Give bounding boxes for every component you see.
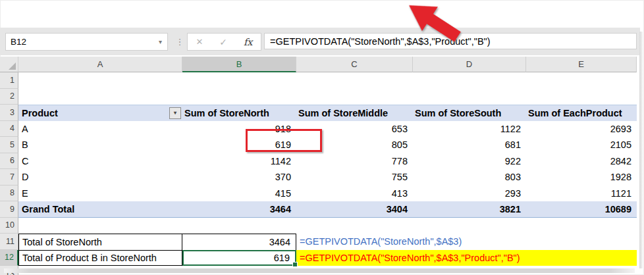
grid-row-9: 9 Grand Total 3464 3404 3821 10689 xyxy=(0,201,644,218)
column-header-A[interactable]: A xyxy=(18,57,182,72)
row-header-1[interactable]: 1 xyxy=(0,72,18,89)
row-header-8[interactable]: 8 xyxy=(0,186,18,202)
insert-function-icon[interactable]: fx xyxy=(244,37,253,47)
excel-window: B12 ▾ ⋮ ✕ ✓ fx =GETPIVOTDATA("StoreNorth… xyxy=(0,0,644,275)
cell-A8[interactable]: E xyxy=(18,186,182,202)
right-shadow xyxy=(639,32,643,268)
row-header-4[interactable]: 4 xyxy=(0,121,18,138)
cell-E6[interactable]: 2842 xyxy=(526,153,637,170)
grid-row-4: 4 A 918 653 1122 2693 xyxy=(0,121,644,138)
cell-A6[interactable]: C xyxy=(18,153,182,170)
cell-A7[interactable]: D xyxy=(18,169,182,186)
cell-A12-label[interactable]: Total of Product B in StoreNorth xyxy=(18,250,182,266)
column-header-B[interactable]: B xyxy=(182,57,296,72)
row-header-9[interactable]: 9 xyxy=(0,201,18,218)
cancel-icon[interactable]: ✕ xyxy=(196,37,203,47)
cell-D6[interactable]: 922 xyxy=(413,153,526,170)
cell-B3-pivot-header[interactable]: Sum of StoreNorth xyxy=(182,105,296,121)
filter-dropdown-icon: ▾ xyxy=(174,110,176,116)
cell-C7[interactable]: 755 xyxy=(296,169,413,186)
cell-D3-pivot-header[interactable]: Sum of StoreSouth xyxy=(413,105,526,121)
grid-row-2: 2 xyxy=(0,89,644,105)
cell-A9-grand-total[interactable]: Grand Total xyxy=(18,201,182,218)
select-all-button[interactable] xyxy=(0,57,18,72)
cell-A3-pivot-header[interactable]: Product ▾ xyxy=(18,105,182,121)
cell-C3-pivot-header[interactable]: Sum of StoreMiddle xyxy=(296,105,413,121)
formula-bar: B12 ▾ ⋮ ✕ ✓ fx =GETPIVOTDATA("StoreNorth… xyxy=(0,28,640,55)
column-headers: A B C D E xyxy=(0,57,637,72)
cell-D8[interactable]: 293 xyxy=(413,186,526,202)
cell-C11-formula-note[interactable]: =GETPIVOTDATA("StoreNorth",$A$3) xyxy=(296,234,413,250)
grid-row-6: 6 C 1142 778 922 2842 xyxy=(0,153,644,170)
row-header-12[interactable]: 12 xyxy=(0,250,18,266)
cell-B6[interactable]: 1142 xyxy=(182,153,296,170)
name-box-dropdown-icon[interactable]: ▾ xyxy=(159,38,167,45)
worksheet-grid: 1 2 3 Product ▾ Sum of StoreNorth Sum of… xyxy=(0,72,644,275)
grid-row-5: 5 B 619 805 681 2105 xyxy=(0,137,644,153)
cell-D9-grand-total[interactable]: 3821 xyxy=(413,201,526,218)
cell-B11-value[interactable]: 3464 xyxy=(182,234,296,250)
grid-row-7: 7 D 370 755 803 1928 xyxy=(0,169,644,186)
cell-C12-formula-highlight[interactable]: =GETPIVOTDATA("StoreNorth",$A$3,"Product… xyxy=(296,250,637,266)
grid-row-11: 11 Total of StoreNorth 3464 =GETPIVOTDAT… xyxy=(0,234,644,250)
cell-B9-grand-total[interactable]: 3464 xyxy=(182,201,296,218)
cell-A5[interactable]: B xyxy=(18,137,182,153)
row-header-7[interactable]: 7 xyxy=(0,169,18,186)
formula-bar-buttons: ✕ ✓ fx xyxy=(187,33,261,51)
select-all-icon xyxy=(9,63,16,70)
column-header-D[interactable]: D xyxy=(413,57,526,72)
row-header-10[interactable]: 10 xyxy=(0,218,18,234)
cell-D5[interactable]: 681 xyxy=(413,137,526,153)
name-box-value: B12 xyxy=(6,37,159,47)
cell-B8[interactable]: 415 xyxy=(182,186,296,202)
cell-C8[interactable]: 413 xyxy=(296,186,413,202)
cell-B7[interactable]: 370 xyxy=(182,169,296,186)
grid-row-3: 3 Product ▾ Sum of StoreNorth Sum of Sto… xyxy=(0,105,644,121)
row-header-2[interactable]: 2 xyxy=(0,89,18,105)
bottom-shadow xyxy=(4,268,635,273)
cell-A4[interactable]: A xyxy=(18,121,182,138)
column-header-E[interactable]: E xyxy=(526,57,637,72)
grid-row-1: 1 xyxy=(0,72,644,89)
column-header-C[interactable]: C xyxy=(296,57,413,72)
row-header-5[interactable]: 5 xyxy=(0,137,18,153)
grid-row-12: 12 Total of Product B in StoreNorth 619 … xyxy=(0,250,644,266)
row-header-3[interactable]: 3 xyxy=(0,105,18,121)
cell-C6[interactable]: 778 xyxy=(296,153,413,170)
formula-bar-separator: ⋮ xyxy=(175,33,184,51)
red-highlight-box xyxy=(246,129,322,152)
enter-icon[interactable]: ✓ xyxy=(219,37,227,47)
pivot-field-label: Product xyxy=(22,108,58,118)
cell-D7[interactable]: 803 xyxy=(413,169,526,186)
cell-E5[interactable]: 2105 xyxy=(526,137,637,153)
name-box[interactable]: B12 ▾ xyxy=(5,33,168,51)
cell-E3-pivot-header[interactable]: Sum of EachProduct xyxy=(526,105,637,121)
cell-B12-selected[interactable]: 619 xyxy=(182,250,296,266)
row-header-11[interactable]: 11 xyxy=(0,234,18,250)
cell-E9-grand-total[interactable]: 10689 xyxy=(526,201,637,218)
cell-A11-label[interactable]: Total of StoreNorth xyxy=(18,234,182,250)
cell-E8[interactable]: 1121 xyxy=(526,186,637,202)
grid-row-8: 8 E 415 413 293 1121 xyxy=(0,186,644,202)
row-header-6[interactable]: 6 xyxy=(0,153,18,170)
cell-C9-grand-total[interactable]: 3404 xyxy=(296,201,413,218)
filter-dropdown-button[interactable]: ▾ xyxy=(169,107,181,119)
cell-E7[interactable]: 1928 xyxy=(526,169,637,186)
cell-E4[interactable]: 2693 xyxy=(526,121,637,138)
cell-D4[interactable]: 1122 xyxy=(413,121,526,138)
grid-row-10: 10 xyxy=(0,218,644,234)
